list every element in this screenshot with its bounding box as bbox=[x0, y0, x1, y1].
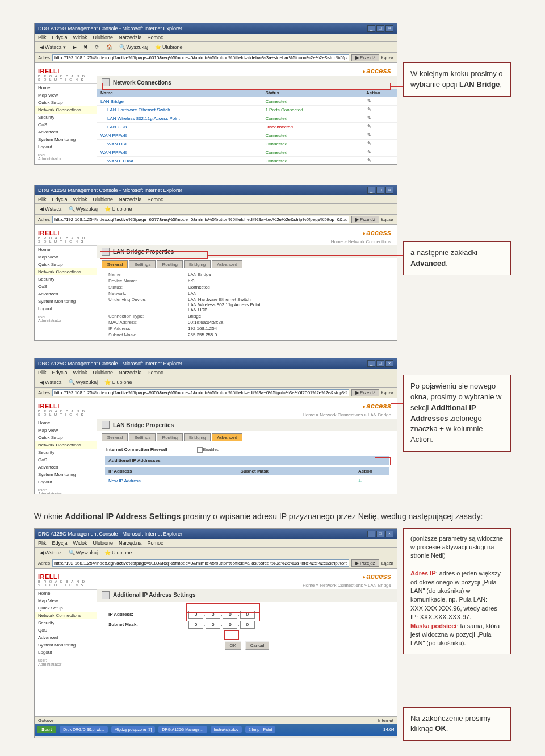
fwd-button[interactable]: ▶ bbox=[71, 44, 78, 51]
tab-settings[interactable]: Settings bbox=[129, 260, 156, 268]
table-row: WAN PPPoEConnected✎ bbox=[97, 148, 397, 157]
sidebar-item-network[interactable]: Network Connections bbox=[35, 106, 97, 114]
search-button[interactable]: 🔍 Wyszukaj bbox=[118, 44, 150, 51]
edit-icon[interactable]: ✎ bbox=[367, 115, 373, 121]
tab-routing[interactable]: Routing bbox=[157, 260, 183, 268]
sidebar-item-mapview[interactable]: Map View bbox=[35, 91, 97, 99]
screenshot-bridge-properties: DRG A125G Management Console - Microsoft… bbox=[34, 185, 397, 341]
ok-button[interactable]: OK bbox=[212, 494, 229, 494]
sidebar-item-security[interactable]: Security bbox=[35, 114, 97, 121]
favorites-button[interactable]: ⭐ Ulubione bbox=[103, 206, 134, 212]
mask-octet-2[interactable] bbox=[206, 621, 220, 629]
taskbar-item[interactable]: 2.bmp - Paint bbox=[245, 726, 276, 733]
taskbar-item[interactable]: Instrukcja.doc bbox=[211, 726, 242, 733]
menubar: PlikEdycjaWidokUlubioneNarzędziaPomoc bbox=[35, 539, 397, 548]
back-button[interactable]: ◀ Wstecz bbox=[38, 549, 64, 556]
firewall-checkbox[interactable] bbox=[197, 447, 203, 453]
table-row: LAN BridgeConnected✎ bbox=[97, 97, 397, 106]
edit-icon[interactable]: ✎ bbox=[367, 124, 373, 130]
edit-icon[interactable]: ✎ bbox=[367, 158, 373, 164]
window-buttons: _ □ × bbox=[367, 25, 393, 32]
ip-octet-1[interactable] bbox=[188, 611, 203, 619]
ip-octet-3[interactable] bbox=[223, 611, 237, 619]
back-button[interactable]: ◀ Wstecz bbox=[38, 206, 64, 212]
close-icon[interactable]: × bbox=[385, 25, 393, 32]
taskbar-item[interactable]: Druk DRG/Dr30.pl wi… bbox=[60, 726, 107, 733]
ip-octet-4[interactable] bbox=[240, 611, 255, 619]
home-button[interactable]: 🏠 bbox=[104, 44, 114, 51]
menu-edit[interactable]: Edycja bbox=[52, 35, 68, 40]
back-button[interactable]: ◀ Wstecz bbox=[38, 379, 64, 386]
minimize-icon[interactable]: _ bbox=[367, 25, 375, 32]
mask-octet-1[interactable] bbox=[188, 621, 203, 629]
status-done: Gotowe bbox=[38, 718, 54, 723]
maximize-icon[interactable]: □ bbox=[376, 25, 384, 32]
sidebar-item-logout[interactable]: Logout bbox=[35, 143, 97, 151]
edit-icon[interactable]: ✎ bbox=[367, 132, 373, 138]
sidebar-item-quicksetup[interactable]: Quick Setup bbox=[35, 99, 97, 106]
edit-icon[interactable]: ✎ bbox=[367, 107, 373, 112]
address-bar: Adres ▶ Przejdź Łącza bbox=[35, 215, 397, 225]
go-button[interactable]: ▶ Przejdź bbox=[351, 389, 379, 396]
breadcrumb: Home » Network Connections » LAN Bridge bbox=[97, 411, 397, 419]
plus-icon[interactable]: + bbox=[358, 477, 362, 484]
edit-icon[interactable]: ✎ bbox=[367, 141, 373, 147]
tab-advanced[interactable]: Advanced bbox=[212, 260, 242, 268]
search-button[interactable]: 🔍 Wyszukaj bbox=[67, 549, 99, 556]
user-label: user: bbox=[38, 153, 47, 157]
minimize-icon[interactable]: _ bbox=[367, 187, 375, 194]
refresh-button[interactable]: ⟳ bbox=[93, 44, 101, 51]
search-button[interactable]: 🔍 Wyszukaj bbox=[67, 379, 99, 386]
menu-view[interactable]: Widok bbox=[73, 35, 87, 40]
screenshot-ip-settings: DRG A125G Management Console - Microsoft… bbox=[34, 528, 397, 738]
url-input[interactable] bbox=[52, 559, 349, 567]
close-icon[interactable]: × bbox=[385, 187, 393, 194]
cancel-button[interactable]: Cancel bbox=[245, 641, 270, 650]
firewall-label: Internet Connection Firewall bbox=[106, 447, 197, 453]
ip-octet-2[interactable] bbox=[206, 611, 220, 619]
go-button[interactable]: ▶ Przejdź bbox=[351, 559, 379, 567]
go-button[interactable]: ▶ Przejdź bbox=[351, 216, 379, 223]
url-input[interactable] bbox=[52, 389, 349, 396]
col-action: Action bbox=[363, 89, 397, 97]
window-titlebar: DRG A125G Management Console - Microsoft… bbox=[35, 185, 397, 195]
user-role: Administrator bbox=[38, 157, 61, 161]
cancel-button[interactable]: Cancel bbox=[258, 494, 282, 494]
mask-octet-3[interactable] bbox=[223, 621, 237, 629]
taskbar-item[interactable]: Między połączone [2] bbox=[111, 726, 156, 733]
favorites-button[interactable]: ⭐ Ulubione bbox=[103, 379, 134, 386]
brand-logo: IRELLI B R O A D B A N D S O L U T I O N… bbox=[35, 65, 97, 84]
back-button[interactable]: ◀ Wstecz ▾ bbox=[38, 44, 68, 51]
sidebar-item-sysmon[interactable]: System Monitoring bbox=[35, 136, 97, 143]
search-button[interactable]: 🔍 Wyszukaj bbox=[67, 206, 99, 212]
tab-bridging[interactable]: Bridging bbox=[184, 260, 211, 268]
bridge-icon bbox=[102, 421, 110, 429]
menu-file[interactable]: Plik bbox=[38, 35, 47, 40]
new-ip-link[interactable]: New IP Address bbox=[105, 475, 237, 486]
menu-favs[interactable]: Ulubione bbox=[93, 35, 114, 40]
url-input[interactable] bbox=[52, 54, 349, 61]
window-titlebar: DRG A125G Management Console - Microsoft… bbox=[35, 23, 397, 34]
maximize-icon[interactable]: □ bbox=[376, 187, 384, 194]
url-input[interactable] bbox=[52, 216, 349, 223]
go-button[interactable]: ▶ Przejdź bbox=[351, 54, 379, 61]
apply-button[interactable]: Apply bbox=[232, 494, 254, 494]
sidebar-item-qos[interactable]: QoS bbox=[35, 121, 97, 128]
sidebar-item-advanced[interactable]: Advanced bbox=[35, 128, 97, 136]
favorites-button[interactable]: ⭐ Ulubione bbox=[103, 549, 134, 556]
start-button[interactable]: Start bbox=[37, 726, 56, 733]
tab-general[interactable]: General bbox=[102, 260, 128, 268]
table-row: WAN ETHoAConnected✎ bbox=[97, 157, 397, 165]
ip-icon bbox=[102, 591, 110, 599]
menu-tools[interactable]: Narzędzia bbox=[119, 35, 142, 40]
sidebar-item-home[interactable]: Home bbox=[35, 84, 97, 91]
mask-octet-4[interactable] bbox=[240, 621, 255, 629]
ok-button[interactable]: OK bbox=[225, 641, 242, 650]
favorites-button[interactable]: ⭐ Ulubione bbox=[153, 44, 185, 51]
menu-help[interactable]: Pomoc bbox=[148, 35, 164, 40]
stop-button[interactable]: ✖ bbox=[82, 44, 90, 51]
sidebar: IRELLI B R O A D B A N D S O L U T I O N… bbox=[35, 63, 97, 165]
taskbar-item[interactable]: DRG A125G Manage… bbox=[158, 726, 207, 733]
edit-icon[interactable]: ✎ bbox=[367, 149, 373, 155]
edit-icon[interactable]: ✎ bbox=[367, 98, 373, 104]
